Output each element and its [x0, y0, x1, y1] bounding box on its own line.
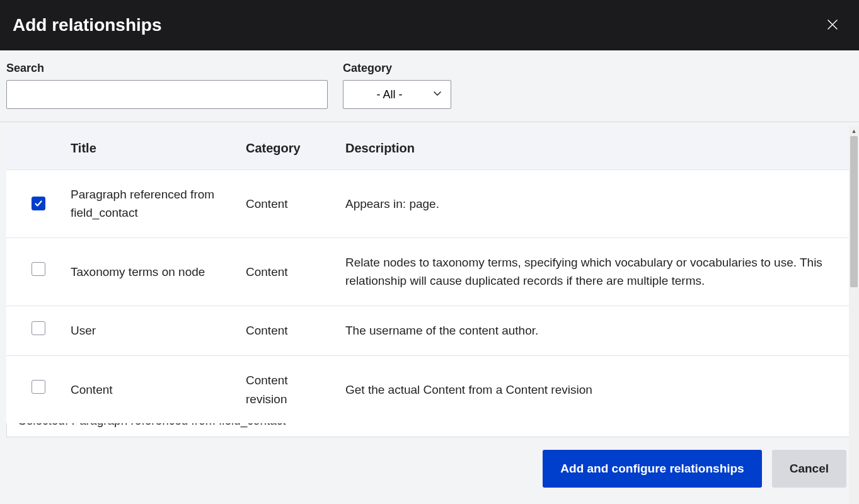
- row-category: Content: [236, 306, 335, 355]
- col-header-description: Description: [335, 127, 853, 170]
- close-button[interactable]: [821, 13, 844, 38]
- row-description: Get the actual Content from a Content re…: [335, 356, 853, 423]
- row-checkbox[interactable]: [32, 380, 45, 394]
- row-checkbox[interactable]: [32, 262, 45, 276]
- dialog-title: Add relationships: [13, 15, 161, 35]
- row-category: Content: [236, 238, 335, 306]
- category-label: Category: [343, 62, 451, 75]
- dialog-header: Add relationships: [0, 0, 859, 50]
- row-description: The username of the content author.: [335, 306, 853, 355]
- close-icon: [826, 23, 839, 33]
- scroll-up-arrow[interactable]: ▲: [849, 126, 859, 136]
- row-title: Paragraph referenced from field_contact: [61, 170, 236, 238]
- filters-bar: Search Category - All -: [0, 50, 859, 122]
- add-configure-button[interactable]: Add and configure relationships: [543, 450, 761, 488]
- table-row[interactable]: UserContentThe username of the content a…: [6, 306, 853, 355]
- row-title: Taxonomy terms on node: [61, 238, 236, 306]
- search-filter: Search: [6, 62, 328, 109]
- row-title: User: [61, 306, 236, 355]
- dialog-actions: Add and configure relationships Cancel: [0, 437, 859, 500]
- search-input[interactable]: [6, 80, 328, 109]
- search-label: Search: [6, 62, 328, 75]
- row-title: Content: [61, 356, 236, 423]
- row-description: Relate nodes to taxonomy terms, specifyi…: [335, 238, 853, 306]
- row-checkbox[interactable]: [32, 197, 45, 210]
- relationships-table: Title Category Description Paragraph ref…: [6, 127, 853, 423]
- table-row[interactable]: Paragraph referenced from field_contactC…: [6, 170, 853, 238]
- row-category: Content: [236, 170, 335, 238]
- col-header-checkbox: [6, 127, 61, 170]
- table-row[interactable]: ContentContent revisionGet the actual Co…: [6, 356, 853, 423]
- scroll-thumb[interactable]: [850, 136, 858, 287]
- row-description: Appears in: page.: [335, 170, 853, 238]
- checkbox-cell: [6, 306, 61, 355]
- row-checkbox[interactable]: [32, 321, 45, 335]
- cancel-button[interactable]: Cancel: [772, 450, 846, 488]
- table-container: Title Category Description Paragraph ref…: [0, 122, 859, 399]
- checkbox-cell: [6, 170, 61, 238]
- col-header-title: Title: [61, 127, 236, 170]
- checkbox-cell: [6, 356, 61, 423]
- category-filter: Category - All -: [343, 62, 451, 109]
- table-row[interactable]: Taxonomy terms on nodeContentRelate node…: [6, 238, 853, 306]
- scroll-track[interactable]: [849, 136, 859, 504]
- scrollbar[interactable]: ▲ ▼: [849, 126, 859, 504]
- checkbox-cell: [6, 238, 61, 306]
- row-category: Content revision: [236, 356, 335, 423]
- category-select[interactable]: - All -: [343, 80, 451, 109]
- col-header-category: Category: [236, 127, 335, 170]
